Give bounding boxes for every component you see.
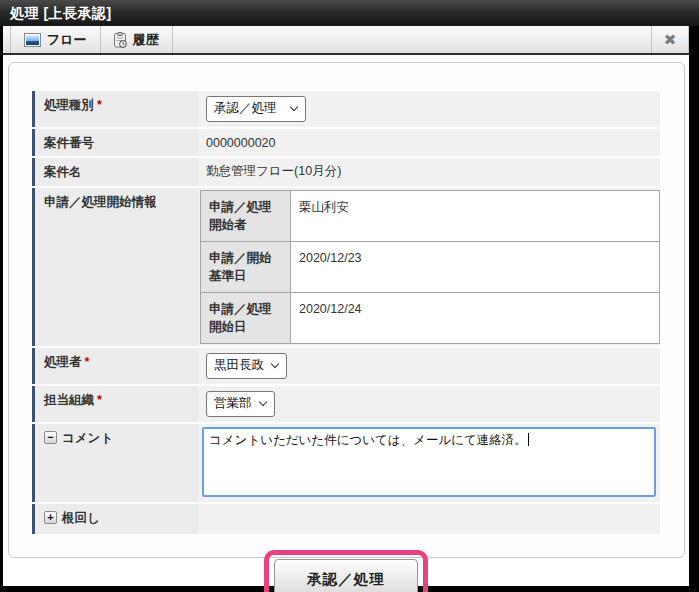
nemawashi-label: + 根回し — [32, 504, 198, 534]
apply-start-date-label: 申請／処理開始日 — [201, 293, 291, 344]
row-org: 担当組織* 営業部 — [32, 386, 660, 422]
org-cell: 営業部 — [198, 386, 660, 422]
history-button[interactable]: 履歴 — [100, 26, 173, 53]
apply-base-date-value: 2020/12/23 — [291, 241, 660, 292]
row-apply-info: 申請／処理開始情報 申請／処理開始者 栗山利安 申請／開始基準日 — [32, 188, 660, 347]
chevron-down-icon — [271, 360, 279, 368]
chevron-down-icon — [289, 103, 297, 111]
apply-starter-label: 申請／処理開始者 — [201, 190, 291, 241]
comment-label: − コメント — [32, 424, 198, 502]
content-area: 処理種別* 承認／処理 案件番号 0000000020 — [3, 55, 689, 586]
apply-base-date-label: 申請／開始基準日 — [201, 241, 291, 292]
row-nemawashi: + 根回し — [32, 504, 660, 534]
table-row: 申請／処理開始日 2020/12/24 — [201, 293, 660, 344]
comment-textarea[interactable]: コメントいただいた件については、メールにて連絡済。 — [202, 427, 656, 497]
required-mark: * — [97, 392, 102, 408]
required-mark: * — [97, 97, 102, 113]
comment-text: コメントいただいた件については、メールにて連絡済。 — [209, 433, 527, 447]
row-matter-name: 案件名 勤怠管理フロー(10月分) — [32, 158, 660, 185]
window-title-bar: 処理 [上長承認] — [0, 0, 699, 26]
flow-button[interactable]: フロー — [10, 26, 101, 53]
matter-name-label: 案件名 — [32, 158, 198, 185]
collapse-minus-icon[interactable]: − — [44, 431, 57, 444]
text-cursor — [528, 433, 529, 446]
close-button[interactable]: ✖ — [651, 26, 689, 53]
org-selected-value: 営業部 — [214, 395, 252, 412]
history-button-label: 履歴 — [133, 31, 159, 49]
matter-number-label: 案件番号 — [32, 129, 198, 156]
process-type-label: 処理種別* — [32, 91, 198, 127]
processor-label: 処理者* — [32, 348, 198, 384]
close-icon: ✖ — [664, 31, 677, 49]
matter-number-value: 0000000020 — [198, 129, 660, 156]
flow-image-icon — [24, 33, 41, 47]
form-panel: 処理種別* 承認／処理 案件番号 0000000020 — [8, 62, 685, 558]
apply-info-cell: 申請／処理開始者 栗山利安 申請／開始基準日 2020/12/23 申請／処理開… — [198, 188, 660, 347]
expand-plus-icon[interactable]: + — [44, 511, 57, 524]
apply-info-label: 申請／処理開始情報 — [32, 188, 198, 347]
nemawashi-cell — [198, 504, 660, 534]
process-type-select[interactable]: 承認／処理 — [206, 96, 306, 122]
process-type-cell: 承認／処理 — [198, 91, 660, 127]
toolbar-spacer — [172, 26, 651, 53]
org-label: 担当組織* — [32, 386, 198, 422]
table-row: 申請／開始基準日 2020/12/23 — [201, 241, 660, 292]
matter-name-value: 勤怠管理フロー(10月分) — [198, 158, 660, 185]
history-clipboard-icon — [114, 32, 127, 48]
row-matter-number: 案件番号 0000000020 — [32, 129, 660, 156]
required-mark: * — [85, 354, 90, 370]
org-select[interactable]: 営業部 — [206, 391, 275, 417]
row-processor: 処理者* 黒田長政 — [32, 348, 660, 384]
window-title: 処理 [上長承認] — [10, 5, 112, 21]
comment-cell: コメントいただいた件については、メールにて連絡済。 — [198, 424, 660, 502]
pink-highlight-annotation: 承認／処理 — [264, 550, 428, 592]
toolbar: フロー 履歴 ✖ — [3, 26, 689, 55]
apply-start-date-value: 2020/12/24 — [291, 293, 660, 344]
row-process-type: 処理種別* 承認／処理 — [32, 91, 660, 127]
flow-button-label: フロー — [47, 31, 87, 49]
process-type-selected-value: 承認／処理 — [214, 100, 277, 117]
apply-starter-value: 栗山利安 — [291, 190, 660, 241]
chevron-down-icon — [258, 398, 266, 406]
approve-process-button[interactable]: 承認／処理 — [274, 559, 418, 592]
approval-form: 処理種別* 承認／処理 案件番号 0000000020 — [32, 91, 660, 592]
processor-cell: 黒田長政 — [198, 348, 660, 384]
table-row: 申請／処理開始者 栗山利安 — [201, 190, 660, 241]
processor-select[interactable]: 黒田長政 — [206, 353, 287, 379]
window-body: フロー 履歴 ✖ — [3, 26, 689, 586]
apply-info-table: 申請／処理開始者 栗山利安 申請／開始基準日 2020/12/23 申請／処理開… — [200, 190, 660, 345]
submit-area: 承認／処理 — [32, 550, 660, 592]
processor-selected-value: 黒田長政 — [214, 357, 264, 374]
row-comment: − コメント コメントいただいた件については、メールにて連絡済。 — [32, 424, 660, 502]
